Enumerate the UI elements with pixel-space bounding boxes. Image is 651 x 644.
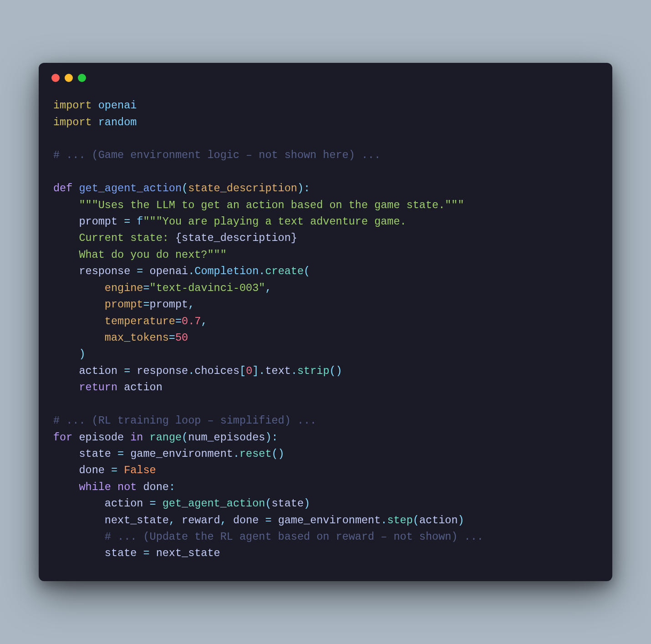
param: state_description [188, 182, 297, 194]
eq: = [105, 464, 124, 476]
string: "text-davinci-003" [150, 282, 265, 294]
id-completion: Completion [194, 265, 259, 277]
id-prompt: prompt [150, 298, 188, 311]
eq: = [117, 215, 137, 228]
id-next-state: next_state [156, 547, 220, 559]
call-get-agent-action: get_agent_action [163, 497, 265, 510]
dot: . [188, 365, 194, 377]
module-openai: openai [98, 99, 137, 112]
fstring-expr: {state_description} [175, 232, 297, 244]
id-response: response [137, 365, 188, 377]
eq: = [259, 514, 278, 526]
eq: = [137, 547, 156, 559]
string: Current state: [53, 232, 175, 244]
fstring-prefix: f [137, 215, 143, 228]
id-reward: reward [182, 514, 220, 526]
paren: ): [265, 431, 278, 444]
call-range: range [150, 431, 182, 444]
id-episode: episode [79, 431, 124, 444]
window-titlebar [39, 63, 612, 86]
dot: . [259, 365, 265, 377]
colon: : [169, 481, 175, 493]
id-choices: choices [194, 365, 239, 377]
comment: # ... (RL training loop – simplified) ..… [53, 414, 316, 427]
call-strip: strip [297, 365, 330, 377]
kw-in: in [130, 431, 143, 444]
id-done: done [79, 464, 104, 476]
comma: , [265, 282, 271, 294]
dot: . [188, 265, 194, 277]
zoom-icon[interactable] [78, 74, 86, 82]
paren: ) [79, 348, 85, 360]
eq: = [130, 265, 149, 277]
dot: . [291, 365, 297, 377]
eq: = [169, 332, 175, 344]
call-create: create [265, 265, 304, 277]
paren: () [330, 365, 342, 377]
kw-import: import [53, 99, 92, 112]
paren: ( [265, 497, 271, 510]
kwarg-max-tokens: max_tokens [105, 332, 169, 344]
var-action: action [79, 365, 117, 377]
kw-not: not [117, 481, 137, 493]
kw-while: while [79, 481, 111, 493]
call-step: step [387, 514, 412, 526]
kw-def: def [53, 182, 72, 194]
id-state: state [79, 448, 111, 460]
paren: ( [182, 182, 188, 194]
paren: ): [297, 182, 310, 194]
id-game-env: game_environment [130, 448, 233, 460]
kwarg-prompt: prompt [105, 298, 143, 311]
eq: = [175, 315, 182, 327]
comma: , [201, 315, 207, 327]
comma: , [169, 514, 182, 526]
paren: ( [182, 431, 188, 444]
kwarg-engine: engine [105, 282, 143, 294]
kw-for: for [53, 431, 72, 444]
string: What do you do next?""" [53, 249, 227, 261]
call-reset: reset [239, 448, 272, 460]
module-random: random [98, 116, 137, 128]
id-done: done [143, 481, 168, 493]
kw-import: import [53, 116, 92, 128]
kwarg-temperature: temperature [105, 315, 175, 327]
eq: = [117, 365, 137, 377]
paren: ) [304, 497, 310, 510]
eq: = [143, 282, 149, 294]
id-next-state: next_state [105, 514, 169, 526]
id-num-episodes: num_episodes [188, 431, 265, 444]
number: 0 [246, 365, 252, 377]
string: """You are playing a text adventure game… [143, 215, 406, 228]
comma: , [220, 514, 233, 526]
id-action: action [105, 497, 143, 510]
id-done: done [233, 514, 259, 526]
close-icon[interactable] [51, 74, 60, 82]
id-game-env: game_environment [278, 514, 381, 526]
bracket: [ [239, 365, 246, 377]
paren: ) [458, 514, 464, 526]
eq: = [143, 298, 149, 311]
paren: ( [304, 265, 310, 277]
var-response: response [79, 265, 130, 277]
id-action: action [419, 514, 458, 526]
id-state: state [272, 497, 304, 510]
bracket: ] [252, 365, 259, 377]
dot: . [381, 514, 387, 526]
number: 50 [175, 332, 188, 344]
fn-name: get_agent_action [79, 182, 182, 194]
paren: () [272, 448, 285, 460]
id-text: text [265, 365, 290, 377]
bool-false: False [124, 464, 156, 476]
code-window: import openai import random # ... (Game … [39, 63, 612, 581]
id-openai: openai [150, 265, 188, 277]
code-block: import openai import random # ... (Game … [39, 86, 612, 581]
minimize-icon[interactable] [65, 74, 73, 82]
eq: = [111, 448, 130, 460]
paren: ( [413, 514, 419, 526]
kw-return: return [79, 381, 117, 394]
comment: # ... (Game environment logic – not show… [53, 149, 381, 161]
comment: # ... (Update the RL agent based on rewa… [105, 531, 483, 543]
dot: . [259, 265, 265, 277]
dot: . [233, 448, 239, 460]
var-prompt: prompt [79, 215, 117, 228]
